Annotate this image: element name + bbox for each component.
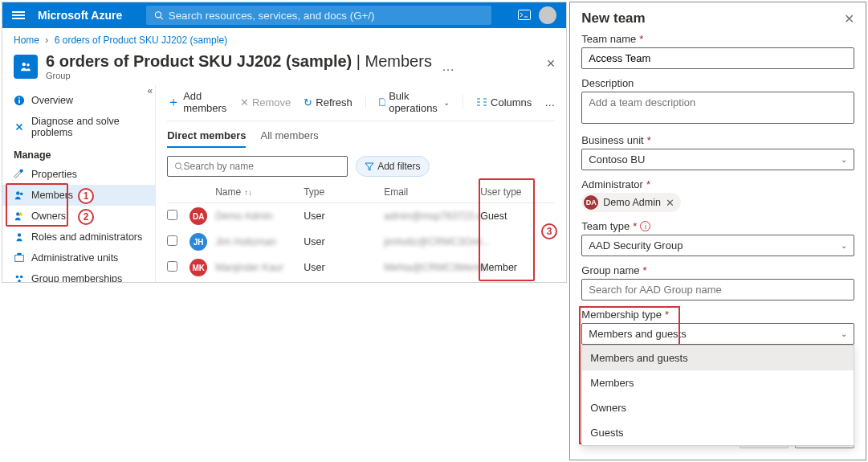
toolbar-label: Add members (183, 90, 227, 114)
filter-icon (365, 161, 374, 171)
col-user-type[interactable]: User type (480, 186, 544, 198)
row-checkbox[interactable] (167, 235, 177, 246)
azure-header: Microsoft Azure (2, 2, 566, 28)
required-icon: * (643, 264, 647, 276)
members-icon (14, 190, 25, 201)
name-search-input[interactable] (184, 161, 341, 172)
svg-point-17 (20, 276, 23, 279)
svg-point-25 (176, 163, 181, 169)
sidebar-label: Overview (31, 95, 73, 106)
membership-option[interactable]: Guests (582, 420, 854, 445)
table-row[interactable]: JHJim HoltzmanUserjimholtz@CRMC3Onli... (167, 229, 555, 255)
collapse-icon[interactable]: « (148, 85, 153, 96)
main-content: ＋Add members ✕Remove ↻Refresh Bulk opera… (156, 85, 566, 283)
add-filters-button[interactable]: Add filters (356, 156, 429, 177)
global-search[interactable] (146, 6, 491, 25)
sidebar-label: Members (31, 190, 73, 201)
sidebar-item-overview[interactable]: Overview (2, 90, 155, 111)
tab-direct-members[interactable]: Direct members (167, 129, 246, 148)
toolbar-label: Bulk operations (389, 90, 440, 114)
row-type: User (304, 211, 384, 222)
col-email[interactable]: Email (384, 186, 480, 198)
toolbar-more-button[interactable]: … (544, 96, 555, 108)
group-name-label: Group name (581, 264, 639, 276)
toolbar-label: Refresh (316, 96, 352, 108)
refresh-button[interactable]: ↻Refresh (304, 96, 352, 108)
membership-select[interactable]: Members and guests⌄ (581, 323, 854, 345)
sidebar-item-properties[interactable]: Properties (2, 164, 155, 185)
membership-label: Membership type (581, 309, 662, 321)
sidebar-item-group-memberships[interactable]: Group memberships (2, 268, 155, 283)
svg-point-5 (26, 63, 30, 66)
tab-all-members[interactable]: All members (260, 129, 318, 148)
col-name[interactable]: Name↑↓ (215, 186, 304, 198)
sidebar-label: Group memberships (31, 273, 122, 283)
row-checkbox[interactable] (167, 261, 177, 272)
admin-chip[interactable]: DA Demo Admin ✕ (581, 193, 681, 212)
breadcrumb-current[interactable]: 6 orders of Product SKU JJ202 (sample) (55, 35, 227, 46)
team-type-label: Team type (581, 220, 630, 232)
svg-rect-9 (20, 170, 23, 173)
search-icon (154, 10, 163, 20)
chevron-down-icon: ⌄ (841, 155, 847, 164)
columns-button[interactable]: Columns (476, 96, 532, 108)
business-unit-label: Business unit (581, 134, 643, 146)
cloud-shell-icon[interactable] (518, 10, 531, 21)
membership-option[interactable]: Owners (582, 395, 854, 420)
brand-label: Microsoft Azure (38, 9, 122, 22)
sidebar-item-members[interactable]: Members (2, 185, 155, 206)
required-icon: * (646, 178, 650, 190)
required-icon: * (639, 33, 643, 45)
membership-option[interactable]: Members (582, 370, 854, 395)
col-type[interactable]: Type (304, 186, 384, 198)
membership-option[interactable]: Members and guests (582, 345, 854, 370)
sidebar-item-diagnose[interactable]: Diagnose and solve problems (2, 111, 155, 143)
tabs: Direct members All members (167, 121, 555, 148)
info-icon[interactable]: i (640, 221, 650, 231)
global-search-input[interactable] (169, 10, 484, 22)
name-search[interactable] (167, 156, 348, 177)
menu-icon[interactable] (12, 11, 25, 19)
group-icon (14, 55, 38, 79)
user-avatar[interactable] (539, 6, 556, 24)
team-name-input[interactable] (581, 47, 854, 69)
add-members-button[interactable]: ＋Add members (167, 90, 227, 114)
administrator-label: Administrator (581, 178, 643, 190)
sort-icon: ↑↓ (244, 188, 252, 197)
close-blade-button[interactable]: × (547, 55, 556, 72)
more-icon[interactable]: … (442, 59, 454, 74)
refresh-icon: ↻ (304, 96, 312, 108)
toolbar-label: Columns (491, 96, 532, 108)
blade-title: 6 orders of Product SKU JJ202 (sample) (46, 52, 352, 70)
table-row[interactable]: MKManjinder KaurUserMehta@CRMC3Memb...Me… (167, 255, 555, 280)
members-table: Name↑↓ Type Email User type DADemo Admin… (167, 182, 555, 283)
close-panel-button[interactable]: ✕ (844, 11, 854, 27)
sidebar: « Overview Diagnose and solve problems M… (2, 85, 156, 283)
add-filters-label: Add filters (377, 161, 420, 172)
description-input[interactable] (581, 92, 854, 124)
breadcrumb-home[interactable]: Home (14, 35, 39, 46)
new-team-panel: New team ✕ Team name* Description Busine… (569, 2, 866, 460)
row-type: User (304, 262, 384, 273)
remove-chip-icon[interactable]: ✕ (666, 197, 674, 209)
azure-blade: Microsoft Azure Home › 6 orders of Produ… (2, 2, 567, 283)
admin-units-icon (14, 252, 25, 264)
row-type: User (304, 236, 384, 247)
bulk-operations-button[interactable]: Bulk operations⌄ (379, 90, 450, 114)
remove-button[interactable]: ✕Remove (240, 96, 291, 108)
required-icon: * (647, 134, 651, 146)
group-name-input[interactable] (581, 279, 854, 301)
table-row[interactable]: DADemo AdminUseradmin@msp763723.o...Gues… (167, 203, 555, 229)
svg-rect-2 (519, 10, 531, 20)
sidebar-item-admin-units[interactable]: Administrative units (2, 247, 155, 268)
required-icon: * (665, 309, 669, 321)
properties-icon (14, 169, 25, 180)
sidebar-item-owners[interactable]: Owners (2, 206, 155, 227)
table-row[interactable]: OOO365 OnlyUsero365only@CRMC3Onli...Memb… (167, 280, 555, 283)
separator (463, 95, 463, 109)
business-unit-select[interactable]: Contoso BU⌄ (581, 149, 854, 170)
sidebar-item-roles[interactable]: Roles and administrators (2, 227, 155, 247)
team-type-select[interactable]: AAD Security Group⌄ (581, 235, 854, 256)
row-checkbox[interactable] (167, 210, 177, 220)
chip-label: Demo Admin (603, 197, 661, 208)
